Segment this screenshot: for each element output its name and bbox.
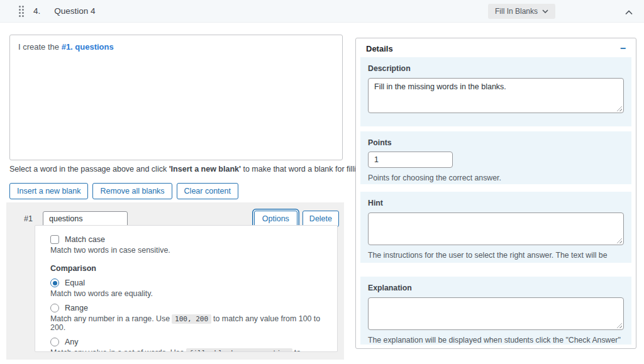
blanks-section: #1 Options Delete Match case Match two w…: [6, 202, 344, 360]
explanation-label: Explanation: [368, 284, 624, 292]
blank-toolbar: Insert a new blank Remove all blanks Cle…: [9, 183, 238, 199]
blank-answer-input[interactable]: [43, 211, 128, 227]
description-section: Description Fill in the missing words in…: [360, 57, 631, 126]
range-radio[interactable]: [50, 304, 59, 312]
equal-label: Equal: [65, 279, 85, 287]
hint-section: Hint The instructions for the user to se…: [360, 192, 631, 263]
collapse-question-button[interactable]: [624, 6, 634, 18]
details-title: Details: [366, 44, 393, 53]
match-case-row: Match case: [50, 235, 322, 244]
insert-new-blank-button[interactable]: Insert a new blank: [9, 183, 88, 199]
clear-content-button[interactable]: Clear content: [177, 183, 238, 199]
explanation-section: Explanation The explanation will be disp…: [360, 277, 631, 345]
question-type-button[interactable]: Fill In Blanks: [488, 4, 555, 19]
details-header: Details −: [356, 38, 636, 57]
equal-help: Match two words are equality.: [50, 289, 322, 298]
hint-help: The instructions for the user to select …: [368, 250, 624, 263]
match-case-label: Match case: [65, 235, 105, 244]
range-label: Range: [65, 304, 88, 312]
details-panel: Details − Description Fill in the missin…: [355, 38, 636, 349]
description-textarea[interactable]: Fill in the missing words in the blanks.: [368, 78, 624, 113]
blank-token[interactable]: #1. questions: [62, 42, 114, 52]
points-section: Points Points for choosing the correct a…: [360, 131, 631, 184]
blank-index: #1: [24, 214, 43, 223]
explanation-help: The explanation will be displayed when s…: [368, 334, 624, 345]
passage-text: I create the: [18, 42, 62, 52]
question-type-label: Fill In Blanks: [495, 7, 538, 16]
hint-textarea[interactable]: [368, 212, 624, 245]
blank-options-panel: Match case Match two words in case sensi…: [35, 225, 338, 352]
points-help: Points for choosing the correct answer.: [368, 172, 624, 184]
any-code-chip: fill, blank, or question: [186, 348, 292, 352]
explanation-textarea[interactable]: [368, 297, 624, 330]
blank-row: #1 Options Delete: [6, 202, 344, 227]
question-number: 4.: [33, 6, 40, 16]
match-case-checkbox[interactable]: [50, 235, 59, 244]
remove-all-blanks-button[interactable]: Remove all blanks: [92, 183, 172, 199]
chevron-up-icon: [625, 10, 633, 15]
points-input[interactable]: [368, 152, 453, 168]
any-help: Match any value in a set of words. Usefi…: [50, 348, 322, 352]
comparison-label: Comparison: [50, 264, 322, 273]
any-label: Any: [65, 338, 79, 346]
any-option-row: Any: [50, 338, 322, 346]
instruction-before: Select a word in the passage above and c…: [9, 165, 169, 174]
minus-icon: −: [620, 43, 626, 53]
range-help: Match any number in a range. Use100, 200…: [50, 314, 322, 332]
question-header-bar: 4. Question 4 Fill In Blanks: [0, 0, 644, 23]
match-case-help: Match two words in case sensitive.: [50, 246, 322, 255]
range-code-chip: 100, 200: [172, 314, 211, 324]
description-label: Description: [368, 64, 624, 73]
question-title: Question 4: [54, 6, 95, 16]
any-radio[interactable]: [50, 338, 59, 346]
chevron-down-icon: [542, 9, 548, 13]
collapse-details-button[interactable]: −: [620, 43, 626, 53]
drag-handle-icon[interactable]: [19, 6, 24, 17]
passage-editor[interactable]: I create the #1. questions: [9, 35, 343, 160]
instruction-after: to make that word a blank for filling.: [241, 165, 367, 174]
range-option-row: Range: [50, 304, 322, 312]
instruction-text: Select a word in the passage above and c…: [9, 165, 367, 174]
points-label: Points: [368, 138, 624, 147]
hint-label: Hint: [368, 199, 624, 207]
equal-radio[interactable]: [50, 279, 59, 287]
question-editor-page: 4. Question 4 Fill In Blanks I create th…: [0, 0, 644, 364]
equal-option-row: Equal: [50, 279, 322, 287]
instruction-bold: 'Insert a new blank': [169, 165, 241, 174]
